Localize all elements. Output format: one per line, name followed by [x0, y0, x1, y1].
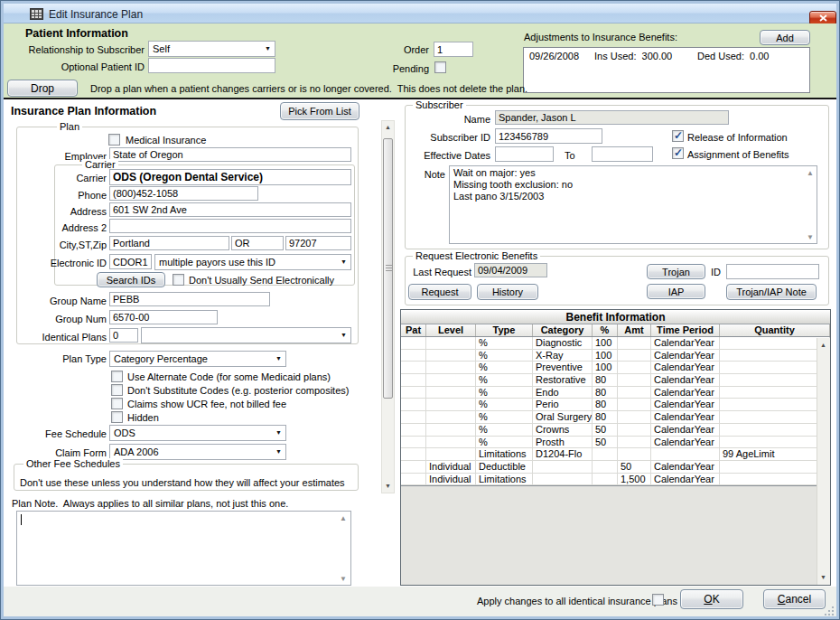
benefit-cell: %	[476, 350, 533, 362]
add-button[interactable]: Add	[760, 30, 810, 45]
benefit-cell	[401, 424, 426, 436]
city-field[interactable]	[109, 236, 229, 250]
address2-field[interactable]	[109, 219, 351, 233]
benefit-cell	[426, 387, 476, 399]
benefit-cell	[401, 337, 426, 349]
plan-note-textarea[interactable]	[16, 511, 351, 586]
carrier-field[interactable]	[109, 169, 351, 185]
iap-button[interactable]: IAP	[647, 284, 705, 299]
state-field[interactable]	[231, 236, 284, 250]
benefit-table-scrollbar[interactable]: ▲ ▼	[817, 338, 830, 585]
chevron-down-icon: ▼	[341, 258, 347, 265]
benefit-row[interactable]: LimitationsD1204-Flo99 AgeLimit	[401, 448, 830, 461]
scroll-down-icon[interactable]: ▼	[807, 233, 814, 241]
pick-from-list-button[interactable]: Pick From List	[280, 102, 359, 120]
scroll-down-icon[interactable]: ▼	[817, 571, 829, 584]
subscriber-id-field[interactable]	[495, 128, 602, 144]
benefit-row[interactable]: %Crowns50CalendarYear	[401, 424, 830, 437]
ok-button[interactable]: OK	[680, 589, 743, 609]
effective-from-field[interactable]	[495, 146, 554, 162]
fee-schedule-dropdown[interactable]: ODS ▼	[109, 425, 286, 441]
benefit-row[interactable]: %X-Ray100CalendarYear	[401, 350, 830, 362]
employer-field[interactable]	[109, 147, 351, 162]
benefit-cell	[720, 387, 830, 399]
benefit-row[interactable]: %Preventive100CalendarYear	[401, 362, 830, 374]
scroll-down-icon[interactable]: ▼	[382, 480, 394, 493]
hidden-checkbox[interactable]	[111, 411, 123, 423]
apply-changes-checkbox[interactable]	[652, 594, 664, 606]
column-header[interactable]: Pat	[401, 324, 426, 336]
assignment-of-benefits-checkbox[interactable]	[672, 147, 684, 159]
benefit-row[interactable]: %Endo80CalendarYear	[401, 387, 830, 399]
phone-field[interactable]	[109, 186, 258, 201]
benefit-cell	[618, 350, 651, 362]
relationship-dropdown[interactable]: Self ▼	[148, 41, 275, 57]
identical-plans-dropdown[interactable]: ▼	[141, 327, 351, 343]
trojan-id-field[interactable]	[726, 264, 819, 279]
trojan-iap-note-button[interactable]: Trojan/IAP Note	[726, 284, 817, 300]
column-header[interactable]: Amt	[618, 324, 651, 336]
subscriber-note-textarea[interactable]: Wait on major: yes Missing tooth exclusi…	[449, 165, 817, 244]
benefit-row[interactable]: %Diagnostic100CalendarYear	[401, 337, 830, 350]
order-field[interactable]	[434, 42, 473, 57]
dont-substitute-codes-checkbox[interactable]	[111, 384, 123, 396]
scroll-down-icon[interactable]: ▼	[340, 575, 347, 583]
zip-field[interactable]	[285, 236, 351, 250]
benefit-row[interactable]: %Perio80CalendarYear	[401, 399, 830, 411]
search-ids-button[interactable]: Search IDs	[97, 272, 165, 287]
pending-checkbox[interactable]	[434, 61, 446, 73]
plan-type-dropdown[interactable]: Category Percentage ▼	[109, 351, 286, 367]
group-name-field[interactable]	[109, 292, 270, 306]
scroll-up-icon[interactable]: ▲	[340, 514, 347, 522]
benefit-cell: CalendarYear	[651, 474, 720, 485]
benefit-cell: Crowns	[533, 424, 593, 436]
column-header[interactable]: Level	[426, 324, 476, 336]
benefit-row[interactable]: IndividualLimitations1,500CalendarYear	[401, 474, 830, 486]
cancel-button[interactable]: Cancel	[763, 589, 826, 609]
scroll-up-icon[interactable]: ▲	[382, 121, 394, 134]
dont-send-electronically-checkbox[interactable]	[173, 274, 184, 286]
drop-button[interactable]: Drop	[7, 80, 78, 97]
effective-to-field[interactable]	[592, 146, 653, 162]
release-of-information-label: Release of Information	[687, 132, 788, 143]
column-header[interactable]: Category	[533, 324, 593, 336]
benefit-cell: CalendarYear	[651, 387, 720, 399]
optional-patient-id-field[interactable]	[148, 58, 275, 73]
benefit-row[interactable]: %Oral Surgery80CalendarYear	[401, 411, 830, 424]
resize-grip[interactable]	[824, 606, 835, 618]
benefit-cell	[401, 437, 426, 448]
left-panel-scrollbar[interactable]: ▲ ▼	[381, 120, 395, 493]
benefit-cell	[401, 474, 426, 485]
group-num-field[interactable]	[109, 310, 218, 324]
request-button[interactable]: Request	[408, 284, 471, 300]
identical-plans-field[interactable]	[109, 328, 138, 343]
benefit-cell: Limitations	[476, 474, 533, 485]
benefit-cell: Endo	[533, 387, 593, 399]
address-field[interactable]	[109, 202, 351, 217]
history-button[interactable]: History	[477, 284, 538, 300]
column-header[interactable]: Type	[476, 324, 533, 336]
benefit-row[interactable]: %Prosth50CalendarYear	[401, 437, 830, 449]
release-of-information-checkbox[interactable]	[672, 130, 684, 142]
benefit-row[interactable]: IndividualDeductible50CalendarYear	[401, 461, 830, 474]
claim-form-dropdown[interactable]: ADA 2006 ▼	[109, 444, 286, 460]
use-alternate-code-checkbox[interactable]	[111, 371, 123, 382]
edit-insurance-plan-window: Edit Insurance Plan Patient Information …	[0, 0, 840, 620]
column-header[interactable]: Quantity	[720, 324, 830, 336]
scroll-up-icon[interactable]: ▲	[807, 169, 814, 177]
benefit-cell: 80	[593, 387, 618, 399]
column-header[interactable]: %	[593, 324, 618, 336]
scroll-up-icon[interactable]: ▲	[817, 339, 829, 352]
benefit-cell	[401, 362, 426, 373]
window-title: Edit Insurance Plan	[49, 8, 143, 21]
medical-insurance-checkbox[interactable]	[108, 134, 120, 146]
claims-show-ucr-checkbox[interactable]	[111, 398, 123, 409]
trojan-button[interactable]: Trojan	[647, 264, 705, 279]
electronic-id-field[interactable]	[109, 254, 152, 269]
benefit-cell: CalendarYear	[651, 399, 720, 410]
adjustment-list-item[interactable]: 09/26/2008 Ins Used: 300.00 Ded Used: 0.…	[524, 48, 809, 63]
payor-id-dropdown[interactable]: multiple payors use this ID ▼	[154, 254, 351, 270]
column-header[interactable]: Time Period	[651, 324, 720, 336]
benefit-row[interactable]: %Restorative80CalendarYear	[401, 374, 830, 387]
benefit-cell	[618, 337, 651, 349]
